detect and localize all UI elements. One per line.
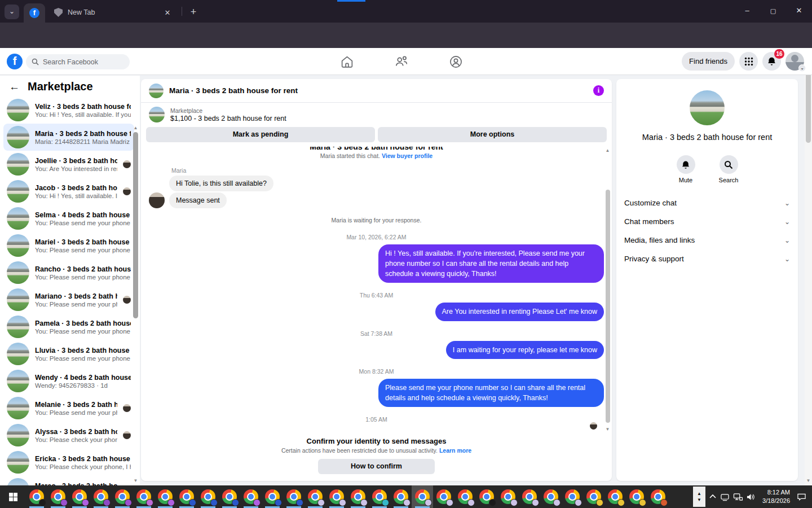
notifications-button[interactable]: 16 xyxy=(762,52,781,71)
hidden-icons-chevron[interactable] xyxy=(709,493,717,501)
taskbar-chrome-icon[interactable] xyxy=(412,485,433,508)
sent-message-row: I am waiting for your reply, please let … xyxy=(149,341,604,359)
search-in-chat-button[interactable]: Search xyxy=(715,155,742,183)
facebook-logo[interactable]: f xyxy=(7,54,23,69)
conversation-item[interactable]: Rancho · 3 beds 2 bath house f...You: Pl… xyxy=(3,259,134,286)
list-scrollbar-thumb[interactable] xyxy=(133,132,138,318)
search-input[interactable]: Search Facebook xyxy=(26,54,130,69)
conversation-item[interactable]: Ericka · 3 beds 2 bath house for...You: … xyxy=(3,449,134,476)
taskbar-chrome-icon[interactable] xyxy=(219,485,240,508)
taskbar-chrome-icon[interactable] xyxy=(69,485,90,508)
read-receipt-avatar xyxy=(123,296,131,304)
conversation-item[interactable]: Alyssa · 3 beds 2 bath house ...You: Ple… xyxy=(3,422,134,449)
taskbar-chrome-icon[interactable] xyxy=(519,485,540,508)
conversation-item[interactable]: Lluvia · 3 beds 2 bath house for...You: … xyxy=(3,340,134,367)
chat-scroll-up-icon[interactable]: ▲ xyxy=(604,148,611,153)
info-avatar xyxy=(690,90,725,125)
volume-icon[interactable] xyxy=(746,493,756,501)
start-button[interactable] xyxy=(0,485,26,508)
conversation-item[interactable]: Joellie · 3 beds 2 bath house ...You: Ar… xyxy=(3,151,134,178)
window-close-button[interactable]: ✕ xyxy=(786,0,812,21)
how-to-confirm-button[interactable]: How to confirm xyxy=(318,459,435,474)
conversation-preview: You: Please send me your phone n... · 1d xyxy=(35,328,131,335)
taskbar-chrome-icon[interactable] xyxy=(647,485,669,508)
conversation-item[interactable]: Marco · 3 beds 2 bath house ...You: Plea… xyxy=(3,476,134,485)
conversation-item[interactable]: Melanie · 3 beds 2 bath hous...You: Plea… xyxy=(3,395,134,422)
taskbar-chrome-icon[interactable] xyxy=(497,485,519,508)
info-section-media-files-and-links[interactable]: Media, files and links⌄ xyxy=(616,231,798,249)
more-options-button[interactable]: More options xyxy=(378,127,607,142)
taskbar-chrome-icon[interactable] xyxy=(326,485,347,508)
conversation-item[interactable]: Wendy · 4 beds 2 bath house f...Wendy: 9… xyxy=(3,367,134,395)
scroll-down-icon[interactable]: ▼ xyxy=(805,478,812,483)
taskbar-overflow-scroll[interactable]: ▲▼ xyxy=(693,487,705,507)
conversation-item[interactable]: Selma · 4 beds 2 bath house fo...You: Pl… xyxy=(3,205,134,232)
taskbar-chrome-icon[interactable] xyxy=(112,485,133,508)
tab-search-button[interactable]: ⌄ xyxy=(5,5,19,19)
action-center-icon[interactable] xyxy=(797,493,806,501)
view-buyer-profile-link[interactable]: View buyer profile xyxy=(382,152,433,159)
list-scroll-up-icon[interactable]: ▲ xyxy=(132,125,139,130)
friends-tab[interactable] xyxy=(394,54,409,69)
conversation-item[interactable]: Mariel · 3 beds 2 bath house fo...You: P… xyxy=(3,232,134,259)
learn-more-link[interactable]: Learn more xyxy=(439,447,471,454)
taskbar-chrome-icon[interactable] xyxy=(540,485,562,508)
home-tab[interactable] xyxy=(340,55,354,69)
list-scroll-down-icon[interactable]: ▼ xyxy=(132,478,139,483)
network-icon[interactable] xyxy=(733,493,743,501)
conversation-item[interactable]: Jacob · 3 beds 2 bath house f...You: Hi … xyxy=(3,178,134,205)
taskbar-chrome-icon[interactable] xyxy=(240,485,262,508)
taskbar-chrome-icon[interactable] xyxy=(262,485,283,508)
profile-avatar[interactable]: ⌄ xyxy=(785,52,804,71)
taskbar-chrome-icon[interactable] xyxy=(26,485,47,508)
info-section-chat-members[interactable]: Chat members⌄ xyxy=(616,212,798,231)
window-minimize-button[interactable]: – xyxy=(734,0,760,21)
conversation-item[interactable]: Pamela · 3 beds 2 bath house f...You: Pl… xyxy=(3,313,134,340)
cast-screen-icon[interactable] xyxy=(720,493,730,501)
groups-tab[interactable] xyxy=(449,55,463,69)
conversation-item[interactable]: Maria · 3 beds 2 bath house for...Maria:… xyxy=(3,124,134,151)
conversation-item[interactable]: Mariano · 3 beds 2 bath hou...You: Pleas… xyxy=(3,286,134,313)
tab-new-tab[interactable]: New Tab ✕ xyxy=(50,5,177,20)
taskbar-chrome-icon[interactable] xyxy=(604,485,626,508)
conversation-item[interactable]: Veliz · 3 beds 2 bath house for ...You: … xyxy=(3,97,134,124)
taskbar-chrome-icon[interactable] xyxy=(47,485,69,508)
taskbar-chrome-icon[interactable] xyxy=(155,485,176,508)
taskbar-chrome-icon[interactable] xyxy=(283,485,304,508)
message-scroll-area[interactable]: Maria · 3 beds 2 bath house for rent ▲ ▼… xyxy=(141,147,612,432)
taskbar-chrome-icon[interactable] xyxy=(454,485,476,508)
find-friends-button[interactable]: Find friends xyxy=(682,52,735,71)
mute-button[interactable]: Mute xyxy=(672,155,699,183)
chat-scrollbar-thumb[interactable] xyxy=(606,190,610,423)
back-arrow-icon[interactable]: ← xyxy=(9,81,20,93)
taskbar-chrome-icon[interactable] xyxy=(583,485,604,508)
taskbar-chrome-icon[interactable] xyxy=(176,485,197,508)
taskbar-chrome-icon[interactable] xyxy=(433,485,454,508)
taskbar-chrome-icon[interactable] xyxy=(390,485,412,508)
info-section-privacy-support[interactable]: Privacy & support⌄ xyxy=(616,249,798,268)
new-tab-button[interactable]: + xyxy=(186,5,201,20)
apps-menu-button[interactable] xyxy=(739,52,758,71)
taskbar-chrome-icon[interactable] xyxy=(626,485,647,508)
taskbar-chrome-icon[interactable] xyxy=(369,485,390,508)
close-tab-icon[interactable]: ✕ xyxy=(162,8,173,17)
conversation-info-icon[interactable]: i xyxy=(593,85,604,96)
window-maximize-button[interactable]: ▢ xyxy=(760,0,786,21)
marketplace-listing-card[interactable]: Marketplace $1,100 - 3 beds 2 bath house… xyxy=(141,103,612,125)
taskbar-chrome-icon[interactable] xyxy=(304,485,326,508)
taskbar-chrome-icon[interactable] xyxy=(476,485,497,508)
taskbar-clock[interactable]: 8:12 AM 3/18/2026 xyxy=(759,488,793,505)
page-scrollbar[interactable]: ▲ ▼ xyxy=(805,48,812,485)
taskbar-chrome-icon[interactable] xyxy=(197,485,219,508)
mark-as-pending-button[interactable]: Mark as pending xyxy=(146,127,375,142)
tab-facebook[interactable]: f xyxy=(24,3,45,23)
taskbar-chrome-icon[interactable] xyxy=(347,485,369,508)
chat-scroll-down-icon[interactable]: ▼ xyxy=(604,427,611,432)
conversation-list: Veliz · 3 beds 2 bath house for ...You: … xyxy=(0,97,140,485)
chat-panel: Maria · 3 beds 2 bath house for rent i M… xyxy=(141,79,612,481)
taskbar-chrome-icon[interactable] xyxy=(90,485,112,508)
taskbar-chrome-icon[interactable] xyxy=(133,485,155,508)
info-section-customize-chat[interactable]: Customize chat⌄ xyxy=(616,194,798,212)
taskbar-chrome-icon[interactable] xyxy=(562,485,583,508)
chat-header[interactable]: Maria · 3 beds 2 bath house for rent i xyxy=(141,79,612,103)
